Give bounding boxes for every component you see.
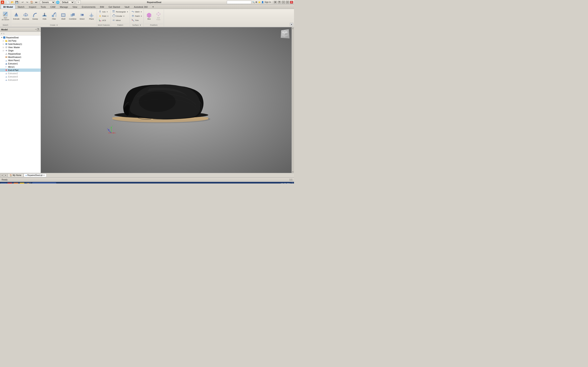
show-desktop-button[interactable] [292,182,293,184]
tab-inspect[interactable]: Inspect [27,5,38,9]
rectangular-button[interactable]: Rectangular ▼ [112,10,129,14]
svg-text:y: y [99,18,100,20]
box-button[interactable]: Box [145,10,154,22]
help-icon[interactable]: ✕ [274,1,277,4]
tree-item-origin[interactable]: ▷ Origin [0,49,41,52]
tab-tools[interactable]: Tools [38,5,48,9]
firefox-button[interactable] [25,182,31,184]
extrude-button[interactable]: Extrude [12,10,21,22]
inventor-active-button[interactable]: I Autodesk Inventor [32,183,56,184]
formula-button[interactable]: fx [76,0,81,4]
tab-manage[interactable]: Manage [58,5,70,9]
signin-button[interactable]: Sign In [265,1,271,3]
scroll-down-button[interactable]: ▼ [292,171,294,173]
tab-sketch[interactable]: Sketch [15,5,27,9]
inventor-app-button[interactable]: I [13,182,19,184]
tree-item-extrusion2[interactable]: Extrusion2 [0,72,41,75]
tab-nav-left[interactable] [0,174,4,177]
tree-item-extrusion1[interactable]: Extrusion1 [0,62,41,65]
tab-cam[interactable]: CAM [48,5,58,9]
hole-button[interactable]: Hole [40,10,49,22]
tree-item-mirror1[interactable]: Mirror1 [0,65,41,68]
style-dropdown[interactable]: Generic [40,1,55,4]
nav-button[interactable]: 🏠 [30,0,34,4]
trim-button[interactable]: Trim [131,18,143,22]
plane-button[interactable]: Plane [87,10,96,22]
shell-button[interactable]: Shell [59,10,68,22]
sweep-button[interactable]: Sweep [31,10,40,22]
scroll-up-button[interactable]: ▲ [292,27,294,29]
minimize-button[interactable]: ─ [282,1,285,4]
step-back-button[interactable]: ⏮ [34,0,38,4]
close-button[interactable]: ✕ [290,1,293,4]
clock-area[interactable]: 10:50 PM 12/2/2014 [281,183,290,184]
svg-point-55 [157,12,160,16]
ucs-button[interactable]: xy UCS [98,18,109,22]
axis-button[interactable]: Axis ▼ [98,10,109,14]
tab-repairedseat-ipt[interactable]: ● RepairedSeat.ipt ✕ [24,174,47,177]
tab-3dmodel[interactable]: 3D Model [1,5,15,9]
fillet-button[interactable]: Fillet [49,10,58,22]
maximize-button[interactable]: □ [286,1,289,4]
start-2d-sketch-button[interactable]: Start2D Sketch [1,10,10,22]
tree-item-repairedseat-node[interactable]: RepairedSeat [0,52,41,55]
start-button[interactable] [1,183,7,184]
patch-button[interactable]: Patch ▼ [131,14,143,18]
tree-item-meshfeature1[interactable]: MeshFeature1 [0,55,41,59]
open-button[interactable]: 📂 [10,0,14,4]
point-button[interactable]: Point ▼ [98,14,109,18]
redo-button[interactable]: ↪ [25,0,29,4]
expand-solidbodies[interactable]: ▷ [3,43,5,45]
expand-viewmaster[interactable]: ▷ [3,46,5,48]
tab-nav-right[interactable] [4,174,7,177]
combine-button[interactable]: Combine [68,10,77,22]
circular-arrow: ▼ [123,15,125,17]
tab-autodesk360[interactable]: Autodesk 360 [132,5,150,9]
viewport-scrollbar[interactable]: ▲ ▼ [292,27,294,173]
panel-min-button[interactable]: ─ [35,28,36,31]
revolve-button[interactable]: Revolve [21,10,30,22]
expand-origin[interactable]: ▷ [3,50,5,52]
tree-item-extrusion4[interactable]: Extrusion4 [0,78,41,82]
search-box[interactable] [227,1,251,4]
tab-more[interactable]: ▼ [150,5,156,9]
tab-bim[interactable]: BIM [98,5,106,9]
tab-close-button[interactable]: ✕ [43,174,45,176]
panel-help-button[interactable]: ? [37,28,39,31]
svg-marker-78 [7,67,7,67]
tree-item-repairedseat-root[interactable]: ▼ RepairedSeat [0,36,41,39]
tab-view[interactable]: View [70,5,80,9]
tab-environments[interactable]: Environments [80,5,98,9]
tree-item-viewmaster[interactable]: ▷ View: Master [0,46,41,49]
tab-vault[interactable]: Vault [122,5,132,9]
view-cube[interactable]: TOP RIGHT [281,29,290,39]
tree-item-workplane1[interactable]: Work Plane1 [0,59,41,62]
save-button[interactable]: 💾 [15,0,19,4]
svg-point-42 [115,16,116,16]
info-icon[interactable]: ? [278,1,281,4]
tab-my-home[interactable]: 🏠 My Home [8,174,23,177]
settings-icon[interactable]: ⚙ [255,1,257,3]
svg-marker-76 [6,63,7,64]
tree-item-solidbodies[interactable]: ▷ Solid Bodies(1) [0,42,41,46]
file-manager-button[interactable]: 📁 [19,182,25,184]
new-button[interactable]: 📄 [6,0,10,4]
tree-item-endofpart[interactable]: End of Part [0,68,41,72]
tab-getstarted[interactable]: Get Started [106,5,122,9]
sw-app-button[interactable]: S [7,182,13,184]
tree-item-extrusion3[interactable]: Extrusion3 [0,75,41,78]
expand-repairedseat[interactable]: ▼ [1,36,3,39]
mirror-tree-icon [5,66,8,68]
undo-button[interactable]: ↩ [21,0,25,4]
expand-3rdparty[interactable]: ▷ [3,40,5,42]
direct-button[interactable]: Direct [78,10,86,22]
tree-item-3rdparty[interactable]: ▷ 3rd Party [0,39,41,42]
project-dropdown[interactable]: Default [60,1,74,4]
stitch-button[interactable]: Stitch ▼ [131,10,143,14]
mirror-button[interactable]: Mirror [112,18,129,22]
circular-button[interactable]: Circular ▼ [112,14,129,18]
part-icon [3,36,6,39]
viewport[interactable]: TOP RIGHT ▲ ▼ [41,27,294,173]
ribbon-expand-button[interactable]: ▼ [290,23,293,26]
edit-form-button[interactable]: EditForm [154,10,163,22]
